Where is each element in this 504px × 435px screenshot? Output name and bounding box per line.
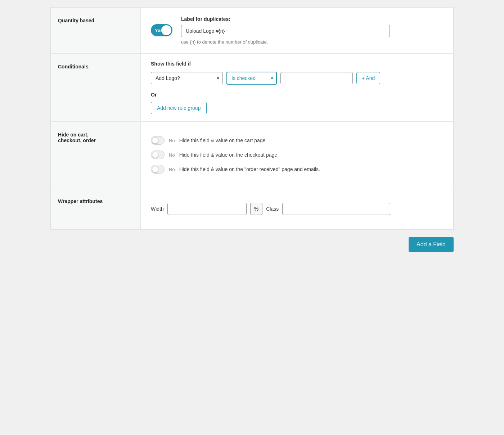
toggle-knob bbox=[161, 25, 171, 35]
hide-checkout-state: No bbox=[169, 152, 175, 158]
hide-checkout-option: No Hide this field & value on the checko… bbox=[151, 151, 443, 159]
conditionals-row: Conditionals Show this field if Add Logo… bbox=[51, 54, 453, 122]
duplicates-input[interactable] bbox=[181, 25, 390, 37]
hide-cart-toggle[interactable] bbox=[151, 136, 165, 145]
hide-order-state: No bbox=[169, 167, 175, 172]
quantity-based-toggle[interactable]: Yes bbox=[151, 24, 172, 36]
condition-value-input[interactable] bbox=[280, 72, 353, 84]
label-for-duplicates-section: Label for duplicates: use {n} to denote … bbox=[181, 16, 443, 45]
add-field-button[interactable]: Add a Field bbox=[409, 237, 454, 252]
show-field-label: Show this field if bbox=[151, 61, 443, 67]
hide-on-cart-label: Hide on cart, checkout, order bbox=[51, 122, 141, 188]
width-label: Width bbox=[151, 206, 164, 212]
quantity-based-row: Quantity based Yes Label for duplicates:… bbox=[51, 8, 453, 54]
hide-on-cart-row: Hide on cart, checkout, order No Hide th… bbox=[51, 122, 453, 188]
hide-cart-text: Hide this field & value on the cart page bbox=[179, 138, 266, 143]
duplicates-hint: use {n} to denote the number of duplicat… bbox=[181, 39, 443, 45]
hide-order-option: No Hide this field & value on the "order… bbox=[151, 165, 443, 174]
class-input[interactable] bbox=[282, 203, 390, 215]
percent-label: % bbox=[250, 203, 262, 215]
class-label: Class bbox=[266, 206, 279, 212]
quantity-based-content: Yes Label for duplicates: use {n} to den… bbox=[141, 8, 453, 53]
wrapper-attrs-fields: Width % Class bbox=[151, 197, 443, 221]
add-rule-group-button[interactable]: Add new rule group bbox=[151, 102, 207, 114]
width-input[interactable] bbox=[167, 203, 247, 215]
hide-cart-option: No Hide this field & value on the cart p… bbox=[151, 136, 443, 145]
field-select-wrapper: Add Logo? bbox=[151, 72, 223, 84]
condition-select-wrapper: Is checked bbox=[226, 72, 277, 85]
and-button[interactable]: + And bbox=[356, 72, 380, 84]
conditions-row: Add Logo? Is checked + And bbox=[151, 72, 443, 85]
hide-checkout-text: Hide this field & value on the checkout … bbox=[179, 152, 277, 158]
quantity-based-label: Quantity based bbox=[51, 8, 141, 53]
toggle-container: Yes bbox=[151, 24, 172, 36]
hide-order-text: Hide this field & value on the "order re… bbox=[179, 166, 320, 172]
conditionals-content: Show this field if Add Logo? Is checked … bbox=[141, 54, 453, 121]
field-select[interactable]: Add Logo? bbox=[151, 72, 223, 84]
wrapper-attributes-label: Wrapper attributes bbox=[51, 188, 141, 229]
hide-checkout-knob bbox=[152, 152, 158, 158]
hide-checkout-toggle[interactable] bbox=[151, 151, 165, 159]
condition-select[interactable]: Is checked bbox=[226, 72, 277, 85]
hide-cart-state: No bbox=[169, 138, 175, 143]
wrapper-attributes-row: Wrapper attributes Width % Class bbox=[51, 188, 453, 229]
duplicates-heading: Label for duplicates: bbox=[181, 16, 443, 22]
or-label: Or bbox=[151, 92, 443, 98]
wrapper-attributes-content: Width % Class bbox=[141, 188, 453, 229]
footer-bar: Add a Field bbox=[50, 230, 454, 259]
hide-cart-knob bbox=[152, 137, 158, 144]
hide-on-cart-content: No Hide this field & value on the cart p… bbox=[141, 122, 453, 188]
hide-order-toggle[interactable] bbox=[151, 165, 165, 174]
conditionals-label: Conditionals bbox=[51, 54, 141, 121]
hide-order-knob bbox=[152, 166, 158, 172]
hide-options-list: No Hide this field & value on the cart p… bbox=[151, 130, 443, 179]
